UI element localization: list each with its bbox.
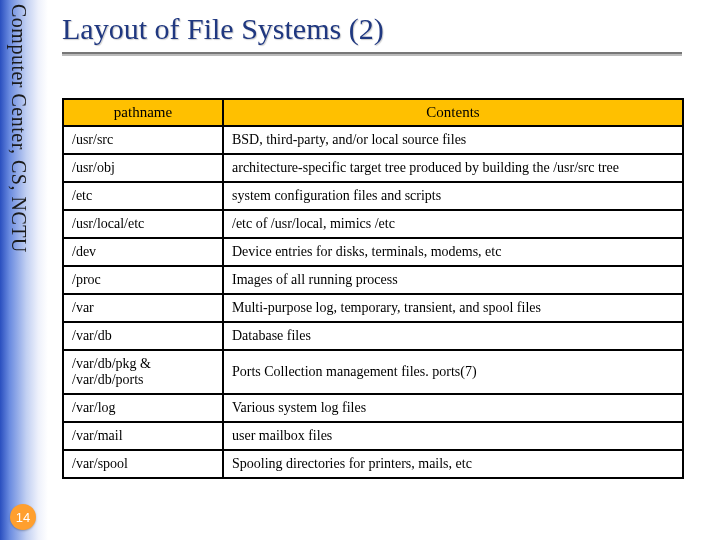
table-row: /var/spoolSpooling directories for print… — [63, 450, 683, 478]
table-row: /usr/srcBSD, third-party, and/or local s… — [63, 126, 683, 154]
cell-path: /dev — [63, 238, 223, 266]
page-number-badge: 14 — [10, 504, 36, 530]
table-row: /var/dbDatabase files — [63, 322, 683, 350]
table-row: /var/db/pkg & /var/db/portsPorts Collect… — [63, 350, 683, 394]
cell-desc: Ports Collection management files. ports… — [223, 350, 683, 394]
filesystem-table: pathname Contents /usr/srcBSD, third-par… — [62, 98, 684, 479]
table-row: /var/mailuser mailbox files — [63, 422, 683, 450]
slide-content: Layout of File Systems (2) pathname Cont… — [62, 0, 702, 479]
header-contents: Contents — [223, 99, 683, 126]
cell-desc: Device entries for disks, terminals, mod… — [223, 238, 683, 266]
sidebar-org-label: Computer Center, CS, NCTU — [2, 4, 30, 253]
cell-path: /etc — [63, 182, 223, 210]
table-row: /procImages of all running process — [63, 266, 683, 294]
cell-path: /var/mail — [63, 422, 223, 450]
cell-desc: /etc of /usr/local, mimics /etc — [223, 210, 683, 238]
slide-title: Layout of File Systems (2) — [62, 12, 702, 46]
table-row: /devDevice entries for disks, terminals,… — [63, 238, 683, 266]
table-row: /usr/local/etc/etc of /usr/local, mimics… — [63, 210, 683, 238]
cell-desc: Multi-purpose log, temporary, transient,… — [223, 294, 683, 322]
cell-path: /usr/src — [63, 126, 223, 154]
cell-desc: Database files — [223, 322, 683, 350]
cell-desc: Images of all running process — [223, 266, 683, 294]
table-row: /varMulti-purpose log, temporary, transi… — [63, 294, 683, 322]
header-pathname: pathname — [63, 99, 223, 126]
cell-path: /usr/local/etc — [63, 210, 223, 238]
cell-path: /var — [63, 294, 223, 322]
cell-desc: system configuration files and scripts — [223, 182, 683, 210]
cell-path: /proc — [63, 266, 223, 294]
table-row: /etcsystem configuration files and scrip… — [63, 182, 683, 210]
cell-path: /var/db/pkg & /var/db/ports — [63, 350, 223, 394]
table-header-row: pathname Contents — [63, 99, 683, 126]
cell-path: /var/log — [63, 394, 223, 422]
table-body: /usr/srcBSD, third-party, and/or local s… — [63, 126, 683, 478]
cell-desc: architecture-specific target tree produc… — [223, 154, 683, 182]
cell-path: /var/spool — [63, 450, 223, 478]
cell-path: /var/db — [63, 322, 223, 350]
cell-desc: user mailbox files — [223, 422, 683, 450]
cell-path: /usr/obj — [63, 154, 223, 182]
table-row: /var/logVarious system log files — [63, 394, 683, 422]
title-underline — [62, 52, 682, 56]
table-row: /usr/objarchitecture-specific target tre… — [63, 154, 683, 182]
cell-desc: Spooling directories for printers, mails… — [223, 450, 683, 478]
cell-desc: Various system log files — [223, 394, 683, 422]
cell-desc: BSD, third-party, and/or local source fi… — [223, 126, 683, 154]
